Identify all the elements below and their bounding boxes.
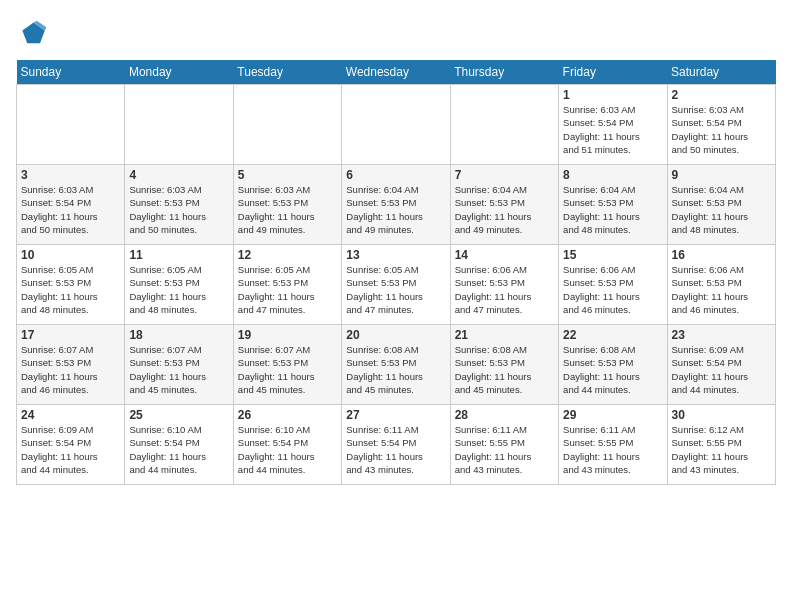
calendar-cell: 7Sunrise: 6:04 AM Sunset: 5:53 PM Daylig…: [450, 165, 558, 245]
weekday-header-wednesday: Wednesday: [342, 60, 450, 85]
page-header: [16, 16, 776, 48]
calendar-cell: 29Sunrise: 6:11 AM Sunset: 5:55 PM Dayli…: [559, 405, 667, 485]
day-number: 22: [563, 328, 662, 342]
calendar-cell: 24Sunrise: 6:09 AM Sunset: 5:54 PM Dayli…: [17, 405, 125, 485]
calendar-cell: 18Sunrise: 6:07 AM Sunset: 5:53 PM Dayli…: [125, 325, 233, 405]
calendar-cell: 8Sunrise: 6:04 AM Sunset: 5:53 PM Daylig…: [559, 165, 667, 245]
calendar-cell: 2Sunrise: 6:03 AM Sunset: 5:54 PM Daylig…: [667, 85, 775, 165]
day-number: 26: [238, 408, 337, 422]
day-info: Sunrise: 6:04 AM Sunset: 5:53 PM Dayligh…: [563, 183, 662, 236]
day-info: Sunrise: 6:03 AM Sunset: 5:54 PM Dayligh…: [21, 183, 120, 236]
day-number: 20: [346, 328, 445, 342]
calendar-cell: 13Sunrise: 6:05 AM Sunset: 5:53 PM Dayli…: [342, 245, 450, 325]
day-number: 3: [21, 168, 120, 182]
week-row-5: 24Sunrise: 6:09 AM Sunset: 5:54 PM Dayli…: [17, 405, 776, 485]
calendar-cell: 26Sunrise: 6:10 AM Sunset: 5:54 PM Dayli…: [233, 405, 341, 485]
calendar-cell: 9Sunrise: 6:04 AM Sunset: 5:53 PM Daylig…: [667, 165, 775, 245]
calendar-cell: 16Sunrise: 6:06 AM Sunset: 5:53 PM Dayli…: [667, 245, 775, 325]
day-number: 6: [346, 168, 445, 182]
calendar-cell: 27Sunrise: 6:11 AM Sunset: 5:54 PM Dayli…: [342, 405, 450, 485]
day-info: Sunrise: 6:07 AM Sunset: 5:53 PM Dayligh…: [21, 343, 120, 396]
day-info: Sunrise: 6:11 AM Sunset: 5:55 PM Dayligh…: [563, 423, 662, 476]
day-info: Sunrise: 6:11 AM Sunset: 5:54 PM Dayligh…: [346, 423, 445, 476]
calendar-cell: 3Sunrise: 6:03 AM Sunset: 5:54 PM Daylig…: [17, 165, 125, 245]
day-info: Sunrise: 6:10 AM Sunset: 5:54 PM Dayligh…: [238, 423, 337, 476]
day-info: Sunrise: 6:03 AM Sunset: 5:54 PM Dayligh…: [672, 103, 771, 156]
day-info: Sunrise: 6:08 AM Sunset: 5:53 PM Dayligh…: [563, 343, 662, 396]
calendar-cell: 25Sunrise: 6:10 AM Sunset: 5:54 PM Dayli…: [125, 405, 233, 485]
day-info: Sunrise: 6:04 AM Sunset: 5:53 PM Dayligh…: [672, 183, 771, 236]
calendar-cell: 22Sunrise: 6:08 AM Sunset: 5:53 PM Dayli…: [559, 325, 667, 405]
weekday-header-monday: Monday: [125, 60, 233, 85]
day-info: Sunrise: 6:03 AM Sunset: 5:54 PM Dayligh…: [563, 103, 662, 156]
calendar-cell: 14Sunrise: 6:06 AM Sunset: 5:53 PM Dayli…: [450, 245, 558, 325]
calendar-cell: 10Sunrise: 6:05 AM Sunset: 5:53 PM Dayli…: [17, 245, 125, 325]
day-info: Sunrise: 6:05 AM Sunset: 5:53 PM Dayligh…: [238, 263, 337, 316]
day-number: 24: [21, 408, 120, 422]
calendar-cell: 4Sunrise: 6:03 AM Sunset: 5:53 PM Daylig…: [125, 165, 233, 245]
day-number: 7: [455, 168, 554, 182]
calendar-cell: 6Sunrise: 6:04 AM Sunset: 5:53 PM Daylig…: [342, 165, 450, 245]
day-info: Sunrise: 6:06 AM Sunset: 5:53 PM Dayligh…: [455, 263, 554, 316]
day-info: Sunrise: 6:09 AM Sunset: 5:54 PM Dayligh…: [672, 343, 771, 396]
weekday-header-saturday: Saturday: [667, 60, 775, 85]
day-number: 9: [672, 168, 771, 182]
day-number: 5: [238, 168, 337, 182]
week-row-4: 17Sunrise: 6:07 AM Sunset: 5:53 PM Dayli…: [17, 325, 776, 405]
day-info: Sunrise: 6:11 AM Sunset: 5:55 PM Dayligh…: [455, 423, 554, 476]
day-number: 11: [129, 248, 228, 262]
day-info: Sunrise: 6:10 AM Sunset: 5:54 PM Dayligh…: [129, 423, 228, 476]
day-number: 13: [346, 248, 445, 262]
day-info: Sunrise: 6:08 AM Sunset: 5:53 PM Dayligh…: [346, 343, 445, 396]
calendar-table: SundayMondayTuesdayWednesdayThursdayFrid…: [16, 60, 776, 485]
week-row-3: 10Sunrise: 6:05 AM Sunset: 5:53 PM Dayli…: [17, 245, 776, 325]
day-number: 14: [455, 248, 554, 262]
calendar-cell: 5Sunrise: 6:03 AM Sunset: 5:53 PM Daylig…: [233, 165, 341, 245]
calendar-cell: 19Sunrise: 6:07 AM Sunset: 5:53 PM Dayli…: [233, 325, 341, 405]
day-number: 17: [21, 328, 120, 342]
day-number: 28: [455, 408, 554, 422]
day-number: 15: [563, 248, 662, 262]
calendar-cell: 12Sunrise: 6:05 AM Sunset: 5:53 PM Dayli…: [233, 245, 341, 325]
day-number: 12: [238, 248, 337, 262]
calendar-cell: 20Sunrise: 6:08 AM Sunset: 5:53 PM Dayli…: [342, 325, 450, 405]
weekday-header-friday: Friday: [559, 60, 667, 85]
logo-icon: [16, 16, 48, 48]
calendar-cell: 23Sunrise: 6:09 AM Sunset: 5:54 PM Dayli…: [667, 325, 775, 405]
day-number: 10: [21, 248, 120, 262]
weekday-header-sunday: Sunday: [17, 60, 125, 85]
day-info: Sunrise: 6:04 AM Sunset: 5:53 PM Dayligh…: [346, 183, 445, 236]
day-number: 16: [672, 248, 771, 262]
calendar-cell: 17Sunrise: 6:07 AM Sunset: 5:53 PM Dayli…: [17, 325, 125, 405]
week-row-1: 1Sunrise: 6:03 AM Sunset: 5:54 PM Daylig…: [17, 85, 776, 165]
day-number: 4: [129, 168, 228, 182]
day-info: Sunrise: 6:07 AM Sunset: 5:53 PM Dayligh…: [238, 343, 337, 396]
weekday-header-row: SundayMondayTuesdayWednesdayThursdayFrid…: [17, 60, 776, 85]
day-info: Sunrise: 6:06 AM Sunset: 5:53 PM Dayligh…: [563, 263, 662, 316]
calendar-cell: [450, 85, 558, 165]
day-number: 27: [346, 408, 445, 422]
day-info: Sunrise: 6:04 AM Sunset: 5:53 PM Dayligh…: [455, 183, 554, 236]
day-number: 30: [672, 408, 771, 422]
day-info: Sunrise: 6:05 AM Sunset: 5:53 PM Dayligh…: [21, 263, 120, 316]
weekday-header-tuesday: Tuesday: [233, 60, 341, 85]
day-number: 19: [238, 328, 337, 342]
day-info: Sunrise: 6:05 AM Sunset: 5:53 PM Dayligh…: [129, 263, 228, 316]
weekday-header-thursday: Thursday: [450, 60, 558, 85]
day-number: 21: [455, 328, 554, 342]
calendar-cell: [17, 85, 125, 165]
day-info: Sunrise: 6:12 AM Sunset: 5:55 PM Dayligh…: [672, 423, 771, 476]
day-number: 2: [672, 88, 771, 102]
day-number: 1: [563, 88, 662, 102]
calendar-cell: 30Sunrise: 6:12 AM Sunset: 5:55 PM Dayli…: [667, 405, 775, 485]
day-number: 23: [672, 328, 771, 342]
calendar-cell: [125, 85, 233, 165]
day-number: 29: [563, 408, 662, 422]
day-info: Sunrise: 6:03 AM Sunset: 5:53 PM Dayligh…: [129, 183, 228, 236]
calendar-cell: [342, 85, 450, 165]
calendar-cell: 21Sunrise: 6:08 AM Sunset: 5:53 PM Dayli…: [450, 325, 558, 405]
calendar-cell: 1Sunrise: 6:03 AM Sunset: 5:54 PM Daylig…: [559, 85, 667, 165]
day-number: 18: [129, 328, 228, 342]
day-info: Sunrise: 6:03 AM Sunset: 5:53 PM Dayligh…: [238, 183, 337, 236]
calendar-cell: [233, 85, 341, 165]
